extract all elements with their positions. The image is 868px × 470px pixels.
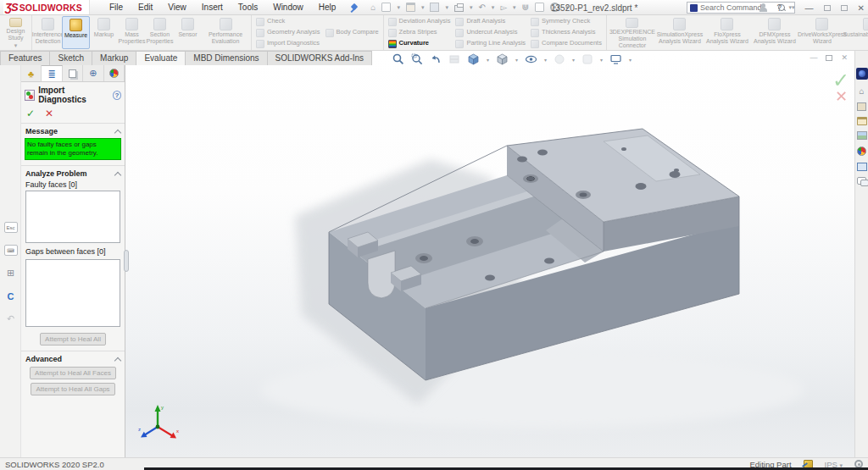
hide-show-dropdown-icon[interactable]: ▾ — [544, 57, 547, 63]
featuremanager-tab[interactable]: ♣ — [21, 65, 42, 81]
advanced-section-header[interactable]: Advanced — [21, 351, 125, 365]
tab-features[interactable]: Features — [0, 51, 49, 65]
custom-properties-icon[interactable] — [857, 163, 867, 171]
menu-file[interactable]: File — [102, 3, 131, 12]
undo-dropdown-icon[interactable]: ▾ — [492, 4, 495, 11]
view-orientation-dropdown-icon[interactable]: ▾ — [487, 57, 489, 63]
home-taskpane-icon[interactable]: ⌂ — [856, 86, 867, 97]
tab-evaluate[interactable]: Evaluate — [136, 51, 185, 65]
body-compare-button[interactable]: Body Compare — [326, 28, 379, 38]
toolbox-icon[interactable] — [857, 102, 866, 111]
interference-detection-button[interactable]: Interference Detection — [34, 16, 62, 49]
collapse-analyze-icon[interactable] — [114, 171, 121, 178]
driveworksxpress-button[interactable]: DriveWorksXpress Wizard — [798, 16, 846, 49]
geometry-analysis-button[interactable]: Geometry Analysis — [256, 28, 320, 38]
gaps-list[interactable] — [25, 259, 120, 327]
attempt-heal-all-gaps-button[interactable]: Attempt to Heal All Gaps — [31, 383, 114, 395]
forum-icon[interactable] — [857, 177, 867, 185]
sustainabilityxpress-button[interactable]: SustainabilityXpress — [846, 16, 868, 49]
open-dropdown-icon[interactable]: ▾ — [421, 4, 425, 11]
save-icon[interactable] — [430, 3, 439, 12]
menu-view[interactable]: View — [160, 3, 194, 12]
graphics-viewport[interactable]: 13520-P1_rev2 (Default<... ▾ ▾ ▾ ▾ ▾ ▾ —… — [125, 51, 854, 457]
3dexperience-icon[interactable] — [856, 68, 868, 80]
view-orientation-icon[interactable] — [467, 53, 480, 65]
simulationxpress-button[interactable]: SimulationXpress Analysis Wizard — [656, 16, 704, 49]
undo-icon[interactable]: ↶ — [478, 3, 485, 12]
dfmxpress-button[interactable]: DFMXpress Analysis Wizard — [751, 16, 798, 49]
new-document-icon[interactable] — [381, 3, 391, 12]
sensor-button[interactable]: Sensor — [174, 16, 202, 49]
menu-insert[interactable]: Insert — [194, 3, 231, 12]
undercut-analysis-button[interactable]: Undercut Analysis — [455, 28, 526, 38]
confirm-ok-icon[interactable]: ✓ — [832, 71, 849, 90]
confirm-cancel-icon[interactable]: ✕ — [832, 90, 848, 103]
restore-button[interactable] — [841, 5, 848, 11]
check-button[interactable]: Check — [256, 17, 320, 27]
analyze-problem-section-header[interactable]: Analyze Problem — [21, 165, 125, 180]
section-view-icon[interactable] — [448, 53, 460, 65]
scene-dropdown-icon[interactable]: ▾ — [600, 57, 603, 63]
help-icon[interactable]: ? — [777, 3, 782, 13]
esc-key-button[interactable]: Esc — [4, 222, 18, 233]
file-explorer-icon[interactable] — [857, 117, 867, 125]
collapse-advanced-icon[interactable] — [114, 357, 121, 363]
parting-line-analysis-button[interactable]: Parting Line Analysis — [455, 39, 526, 49]
configurationmanager-tab[interactable] — [63, 65, 83, 81]
zoom-to-area-icon[interactable] — [411, 53, 423, 65]
floxpress-button[interactable]: FloXpress Analysis Wizard — [704, 16, 751, 49]
thickness-analysis-button[interactable]: Thickness Analysis — [531, 28, 602, 38]
keyboard-shortcut-button[interactable]: ⌨ — [4, 245, 18, 256]
mass-properties-button[interactable]: Mass Properties — [118, 16, 146, 49]
cancel-button[interactable]: ✕ — [45, 108, 53, 119]
tab-markup[interactable]: Markup — [92, 51, 136, 65]
section-properties-button[interactable]: Section Properties — [146, 16, 174, 49]
help-dropdown-icon[interactable]: ▾ — [792, 4, 795, 11]
zoom-to-fit-icon[interactable] — [392, 53, 404, 65]
tab-mbd-dimensions[interactable]: MBD Dimensions — [185, 51, 266, 65]
performance-evaluation-button[interactable]: Performance Evaluation — [202, 16, 249, 49]
measure-button[interactable]: Measure — [62, 16, 90, 49]
attempt-heal-all-faces-button[interactable]: Attempt to Heal All Faces — [30, 367, 116, 379]
options-sheet-icon[interactable] — [535, 3, 544, 12]
mouse-gesture-button[interactable]: ⊞ — [4, 268, 18, 279]
panel-splitter-handle[interactable] — [124, 250, 129, 272]
view-palette-icon[interactable] — [857, 131, 867, 140]
menu-window[interactable]: Window — [265, 3, 311, 12]
select-icon[interactable]: ▻ — [500, 3, 507, 12]
collapse-message-icon[interactable] — [114, 129, 121, 135]
faulty-faces-list[interactable] — [25, 191, 120, 243]
markup-button[interactable]: Markup — [90, 16, 118, 49]
menu-help[interactable]: Help — [311, 3, 344, 12]
attempt-heal-all-button[interactable]: Attempt to Heal All — [40, 333, 106, 346]
pin-menu-icon[interactable] — [350, 3, 359, 12]
tab-solidworks-add-ins[interactable]: SOLIDWORKS Add-Ins — [267, 51, 372, 65]
tab-sketch[interactable]: Sketch — [49, 51, 92, 65]
displaymanager-tab[interactable] — [104, 65, 125, 81]
minimize-button[interactable]: — — [805, 3, 814, 13]
edit-appearance-icon[interactable] — [554, 53, 565, 65]
compare-documents-button[interactable]: Compare Documents — [531, 39, 602, 49]
menu-edit[interactable]: Edit — [131, 3, 160, 12]
menu-tools[interactable]: Tools — [231, 3, 265, 12]
select-dropdown-icon[interactable]: ▾ — [513, 4, 516, 11]
save-dropdown-icon[interactable]: ▾ — [445, 4, 448, 11]
ok-button[interactable]: ✓ — [26, 108, 35, 119]
doc-restore-button[interactable] — [826, 55, 832, 61]
display-style-icon[interactable] — [496, 53, 509, 65]
print-dropdown-icon[interactable]: ▾ — [470, 4, 473, 11]
3dexperience-simulation-connector-button[interactable]: 3DEXPERIENCE Simulation Connector — [609, 16, 656, 49]
rebuild-button[interactable]: C — [4, 290, 18, 301]
maximize-button[interactable] — [824, 5, 831, 11]
new-dropdown-icon[interactable]: ▾ — [397, 4, 400, 11]
apply-scene-icon[interactable] — [581, 53, 593, 65]
close-button[interactable]: ✕ — [858, 3, 865, 13]
symmetry-check-button[interactable]: Symmetry Check — [531, 17, 602, 27]
draft-analysis-button[interactable]: Draft Analysis — [455, 17, 526, 27]
appearances-icon[interactable] — [856, 146, 867, 157]
doc-minimize-button[interactable]: — — [810, 53, 817, 62]
message-section-header[interactable]: Message — [21, 124, 125, 137]
zebra-stripes-button[interactable]: Zebra Stripes — [388, 28, 451, 38]
design-study-dropdown-icon[interactable]: ▾ — [14, 42, 18, 49]
curvature-button[interactable]: Curvature — [388, 39, 451, 49]
